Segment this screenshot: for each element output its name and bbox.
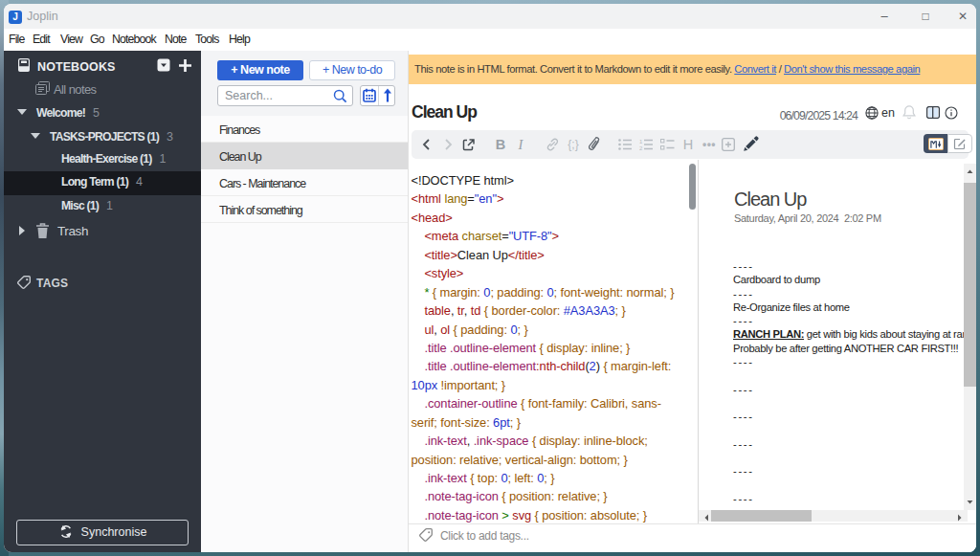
svg-text:1: 1 xyxy=(639,139,643,145)
svg-text:2: 2 xyxy=(639,145,643,150)
